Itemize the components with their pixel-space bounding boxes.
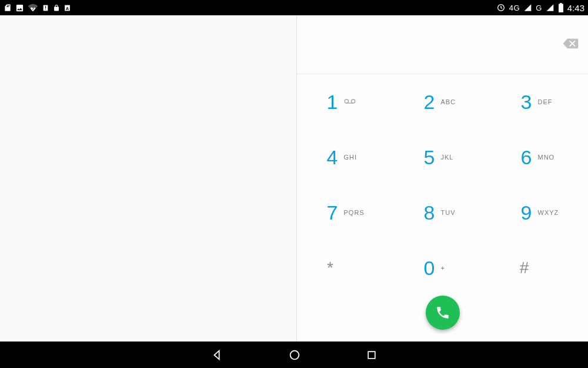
recents-button[interactable] (366, 349, 377, 361)
home-button[interactable] (288, 349, 301, 362)
screen: ? A 4G G (0, 0, 588, 368)
network-1-label: 4G (509, 4, 520, 12)
key-digit: 4 (323, 146, 338, 169)
voicemail-icon (344, 98, 369, 105)
key-#[interactable]: # (491, 240, 588, 296)
dial-row (297, 296, 588, 342)
key-digit: 2 (420, 91, 435, 114)
key-4[interactable]: 4GHI (297, 130, 394, 185)
key-letters: PQRS (344, 209, 369, 216)
key-digit: * (327, 258, 333, 277)
clock: 4:43 (567, 3, 584, 13)
app-content: 12ABC3DEF4GHI5JKL6MNO7PQRS8TUV9WXYZ*0+# (0, 15, 588, 342)
text-card-icon: A (64, 4, 71, 12)
call-button[interactable] (426, 296, 460, 330)
key-5[interactable]: 5JKL (394, 130, 491, 185)
navigation-bar (0, 342, 588, 368)
status-bar-right: 4G G 4:43 (496, 3, 584, 13)
key-2[interactable]: 2ABC (394, 74, 491, 130)
signal-1-icon (523, 4, 532, 12)
wifi-question-icon: ? (28, 4, 38, 12)
key-letters: ABC (441, 98, 466, 105)
key-digit: 5 (420, 146, 435, 169)
svg-text:?: ? (32, 6, 34, 10)
key-8[interactable]: 8TUV (394, 185, 491, 240)
svg-point-6 (345, 100, 348, 103)
key-letters: JKL (441, 154, 466, 161)
svg-text:A: A (66, 5, 69, 11)
key-digit: 6 (517, 146, 532, 169)
svg-point-9 (290, 350, 299, 359)
backspace-button[interactable] (562, 38, 579, 52)
alert-card-icon (42, 4, 49, 12)
key-letters: DEF (538, 98, 563, 105)
key-6[interactable]: 6MNO (491, 130, 588, 185)
key-digit: # (520, 258, 529, 277)
svg-rect-2 (45, 9, 46, 9)
key-digit: 9 (517, 201, 532, 224)
data-usage-icon (496, 3, 506, 12)
key-digit: 3 (517, 91, 532, 114)
key-3[interactable]: 3DEF (491, 74, 588, 130)
svg-rect-10 (368, 352, 375, 359)
key-digit: 8 (420, 201, 435, 224)
key-1[interactable]: 1 (297, 74, 394, 130)
key-letters: + (441, 264, 466, 271)
svg-point-7 (351, 100, 355, 103)
key-9[interactable]: 9WXYZ (491, 185, 588, 240)
back-button[interactable] (211, 349, 223, 362)
key-letters: MNO (538, 154, 563, 161)
network-2-label: G (536, 4, 542, 12)
signal-2-icon (546, 4, 554, 12)
key-digit: 0 (420, 257, 435, 280)
keypad: 12ABC3DEF4GHI5JKL6MNO7PQRS8TUV9WXYZ*0+# (297, 74, 588, 296)
number-display-row (297, 15, 588, 74)
dialer-pane: 12ABC3DEF4GHI5JKL6MNO7PQRS8TUV9WXYZ*0+# (297, 15, 588, 342)
contacts-pane (0, 15, 297, 342)
key-letters: WXYZ (538, 209, 563, 216)
status-bar-left: ? A (4, 3, 71, 12)
sd-card-icon (4, 3, 12, 12)
key-0[interactable]: 0+ (394, 240, 491, 296)
key-letters: GHI (344, 154, 369, 161)
battery-icon (558, 3, 564, 12)
lock-icon (53, 4, 60, 12)
status-bar: ? A 4G G (0, 0, 588, 15)
svg-rect-1 (45, 6, 46, 8)
image-icon (15, 4, 24, 12)
key-7[interactable]: 7PQRS (297, 185, 394, 240)
key-letters: TUV (441, 209, 466, 216)
key-digit: 7 (323, 201, 338, 224)
key-digit: 1 (323, 91, 338, 114)
key-*[interactable]: * (297, 240, 394, 296)
